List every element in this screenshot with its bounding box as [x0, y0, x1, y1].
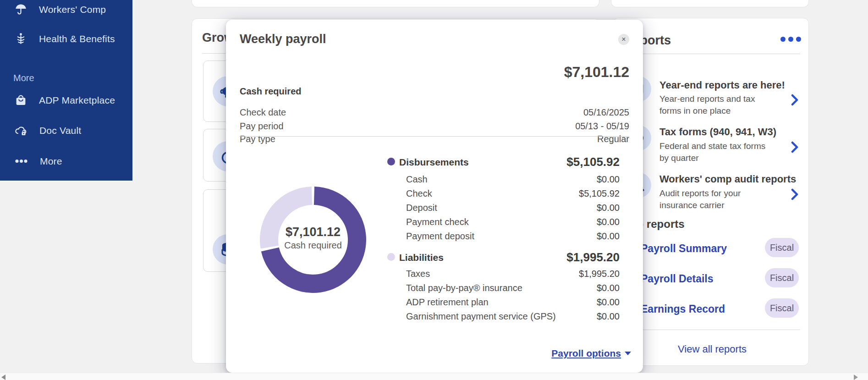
horizontal-scrollbar[interactable]	[0, 373, 868, 380]
sidebar: Workers' Comp Health & Benefits More ADP…	[0, 0, 132, 181]
row-label: Cash	[406, 174, 428, 185]
row-label: Payment check	[406, 217, 469, 227]
pay-type-value: Regular	[597, 134, 629, 144]
sidebar-item-label: Workers' Comp	[39, 4, 106, 15]
donut-segment-liabilities	[269, 196, 312, 247]
row-value: $0.00	[597, 174, 620, 185]
payroll-options-dropdown[interactable]: Payroll options	[551, 348, 631, 359]
weekly-payroll-modal: Weekly payroll × Cash required $7,101.12…	[226, 20, 643, 373]
chevron-down-icon	[625, 352, 631, 355]
featured-report-title[interactable]: Workers' comp audit reports	[659, 173, 796, 185]
disbursements-header-row: Disbursements $5,105.92	[387, 157, 623, 170]
chevron-right-icon[interactable]	[790, 94, 799, 108]
sidebar-item-health-benefits[interactable]: Health & Benefits	[15, 33, 115, 45]
disbursements-legend-dot	[387, 158, 395, 165]
scrolled-card-top-right	[611, 0, 809, 7]
row-label: Check	[406, 188, 432, 199]
liabilities-label: Liabilities	[399, 252, 444, 263]
sidebar-item-label: ADP Marketplace	[39, 95, 115, 106]
pay-period-value: 05/13 - 05/19	[575, 121, 629, 132]
breakdown-row: Payment check $0.00	[387, 217, 623, 230]
row-label: Garnishment payment service (GPS)	[406, 311, 556, 322]
row-value: $0.00	[597, 311, 620, 322]
shopping-bag-icon	[15, 94, 27, 106]
row-value: $0.00	[597, 297, 620, 308]
row-value: $0.00	[597, 217, 620, 227]
ellipsis-icon	[15, 155, 28, 167]
breakdown-row: Total pay-by-pay® insurance $0.00	[387, 283, 623, 296]
sidebar-section-more: More	[13, 73, 34, 83]
report-link-payroll-summary[interactable]: Payroll Summary	[641, 242, 727, 255]
cash-required-value: $7,101.12	[564, 64, 629, 81]
featured-report-title[interactable]: Year-end reports are here!	[659, 79, 785, 91]
umbrella-icon	[15, 3, 27, 16]
caduceus-icon	[15, 33, 27, 45]
scroll-left-icon[interactable]	[1, 374, 5, 380]
featured-report-title[interactable]: Tax forms (940, 941, W3)	[659, 126, 776, 138]
check-date-value: 05/16/2025	[583, 107, 629, 118]
sidebar-item-label: More	[40, 156, 62, 167]
donut-center-label: Cash required	[260, 240, 366, 251]
breakdown-row: ADP retirement plan $0.00	[387, 297, 623, 310]
row-value: $5,105.92	[579, 188, 620, 199]
row-label: Taxes	[406, 269, 430, 279]
breakdown-row: Cash $0.00	[387, 174, 623, 187]
row-label: Payment deposit	[406, 231, 474, 242]
chevron-right-icon[interactable]	[790, 188, 799, 202]
breakdown-row: Taxes $1,995.20	[387, 269, 623, 281]
row-value: $1,995.20	[579, 269, 620, 279]
breakdown-row: Garnishment payment service (GPS) $0.00	[387, 311, 623, 324]
payroll-options-label: Payroll options	[551, 348, 621, 359]
cash-required-label: Cash required	[240, 86, 301, 97]
pay-type-label: Pay type	[240, 134, 275, 144]
liabilities-total: $1,995.20	[566, 250, 620, 264]
row-label: ADP retirement plan	[406, 297, 489, 308]
scroll-right-icon[interactable]	[854, 374, 858, 380]
modal-title: Weekly payroll	[240, 32, 326, 46]
sidebar-item-label: Doc Vault	[39, 125, 81, 136]
cloud-lock-icon	[15, 124, 27, 137]
row-label: Total pay-by-pay® insurance	[406, 283, 522, 293]
sidebar-item-adp-marketplace[interactable]: ADP Marketplace	[15, 94, 115, 106]
featured-report-description: Audit reports for your insurance carrier	[659, 187, 769, 211]
divider	[240, 136, 629, 137]
chevron-right-icon[interactable]	[790, 141, 799, 155]
view-all-reports-link[interactable]: View all reports	[624, 343, 800, 355]
fiscal-badge: Fiscal	[765, 238, 799, 257]
sidebar-item-doc-vault[interactable]: Doc Vault	[15, 124, 81, 137]
check-date-label: Check date	[240, 107, 286, 118]
divider	[624, 54, 800, 54]
row-value: $0.00	[597, 231, 620, 242]
featured-report-description: Federal and state tax forms by quarter	[659, 140, 769, 164]
report-link-earnings-record[interactable]: Earnings Record	[641, 303, 725, 315]
donut-center-value: $7,101.12	[260, 225, 366, 239]
featured-report-description: Year-end reports and tax forms in one pl…	[659, 93, 769, 117]
sidebar-item-label: Health & Benefits	[39, 33, 115, 44]
row-value: $0.00	[597, 283, 620, 293]
close-icon[interactable]: ×	[618, 34, 629, 45]
pay-period-label: Pay period	[240, 121, 284, 132]
row-value: $0.00	[597, 203, 620, 213]
breakdown-row: Payment deposit $0.00	[387, 231, 623, 244]
fiscal-badge: Fiscal	[765, 298, 799, 318]
breakdown-row: Check $5,105.92	[387, 188, 623, 201]
row-label: Deposit	[406, 203, 437, 213]
overflow-menu-icon[interactable]	[780, 37, 801, 42]
scrolled-card-top-left	[192, 0, 599, 7]
disbursements-label: Disbursements	[399, 157, 469, 168]
report-link-payroll-details[interactable]: Payroll Details	[641, 273, 714, 285]
sidebar-item-workers-comp[interactable]: Workers' Comp	[15, 3, 106, 16]
breakdown-row: Deposit $0.00	[387, 203, 623, 215]
divider	[624, 330, 800, 330]
liabilities-legend-dot	[387, 253, 395, 261]
sidebar-item-more[interactable]: More	[15, 155, 62, 167]
liabilities-header-row: Liabilities $1,995.20	[387, 252, 623, 265]
cash-required-donut-chart	[260, 187, 366, 293]
disbursements-total: $5,105.92	[566, 155, 620, 169]
fiscal-badge: Fiscal	[765, 268, 799, 287]
